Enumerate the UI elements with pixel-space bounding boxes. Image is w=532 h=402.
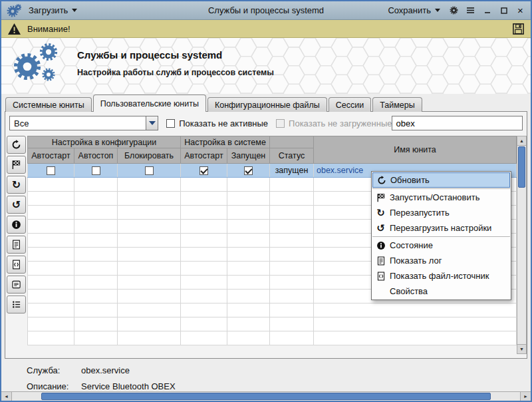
- tab-system-units[interactable]: Системные юниты: [5, 97, 92, 112]
- context-menu: Обновить Запустить/Остановить ↻ Перезапу…: [371, 171, 511, 300]
- scroll-up-button[interactable]: ▲: [517, 136, 526, 146]
- group-header-system: Настройка в системе: [181, 136, 270, 148]
- load-button[interactable]: Загрузить: [27, 4, 79, 17]
- app-gears-icon: [7, 3, 21, 18]
- show-unloaded-checkbox-row: Показать не загруженные: [276, 118, 392, 128]
- horizontal-scrollbar: ◄ ►: [1, 391, 531, 401]
- menu-item-show-source[interactable]: Показать файл-источник: [372, 268, 510, 284]
- conf-autostart-checkbox[interactable]: [47, 166, 55, 175]
- show-inactive-checkbox[interactable]: [166, 119, 175, 128]
- select-dropdown-button[interactable]: [146, 116, 158, 130]
- conf-autostop-checkbox[interactable]: [92, 166, 100, 175]
- hscroll-thumb[interactable]: [41, 393, 491, 400]
- menu-separator: [372, 236, 510, 237]
- save-floppy-icon[interactable]: [512, 23, 525, 35]
- menu-separator: [372, 188, 510, 189]
- service-value: obex.service: [81, 365, 130, 375]
- tab-config-files[interactable]: Конфигурационные файлы: [207, 97, 327, 112]
- settings-gear-icon[interactable]: [449, 5, 459, 16]
- table-row-empty[interactable]: [28, 303, 517, 317]
- blue-gears-icon: [12, 41, 60, 91]
- show-unloaded-label: Показать не загруженные: [289, 118, 392, 128]
- menu-item-refresh[interactable]: Обновить: [372, 172, 510, 188]
- page-subtitle: Настройка работы служб и процессов систе…: [77, 68, 274, 77]
- scope-select-value: Все: [10, 118, 146, 128]
- tab-sessions[interactable]: Сессии: [329, 97, 371, 112]
- refresh-icon: [11, 140, 21, 150]
- sys-autostart-checkbox[interactable]: [200, 166, 208, 175]
- show-log-button[interactable]: [7, 236, 26, 254]
- tab-timers[interactable]: Таймеры: [372, 97, 422, 112]
- save-button[interactable]: Сохранить: [386, 4, 442, 17]
- vscroll-thumb[interactable]: [518, 146, 525, 188]
- menu-item-reload-config[interactable]: ↺ Перезагрузить настройки: [372, 220, 510, 236]
- source-icon: [375, 270, 386, 282]
- hex-pattern: [1, 38, 531, 94]
- table-row-empty[interactable]: [28, 331, 517, 345]
- flag-icon: [375, 192, 386, 203]
- log-icon: [11, 240, 21, 250]
- start-stop-button[interactable]: [7, 156, 26, 174]
- show-source-button[interactable]: [7, 256, 26, 274]
- flag-icon: [11, 160, 21, 170]
- properties-button[interactable]: [7, 276, 26, 294]
- menu-item-properties[interactable]: Свойства: [372, 284, 510, 299]
- service-label: Служба:: [27, 365, 81, 375]
- app-window: Загрузить Службы и процессы systemd Сохр…: [0, 0, 532, 402]
- menu-item-start-stop[interactable]: Запустить/Остановить: [372, 190, 510, 205]
- column-header-unit-name: Имя юнита: [314, 136, 517, 164]
- source-icon: [11, 260, 21, 270]
- conf-block-checkbox[interactable]: [145, 166, 154, 175]
- info-icon: [375, 240, 386, 251]
- status-cell: запущен: [270, 164, 314, 178]
- vertical-scrollbar: ▲ ▼: [517, 136, 527, 354]
- show-unloaded-checkbox: [276, 119, 285, 128]
- column-header-block: Блокировать: [118, 148, 181, 164]
- warning-triangle-icon: [7, 23, 21, 35]
- restart-button[interactable]: ↻: [7, 176, 26, 194]
- column-header-status: Статус: [270, 148, 314, 164]
- side-toolbar: ↻ ↺: [7, 136, 27, 313]
- reload-icon: ↺: [12, 200, 21, 210]
- tab-user-units[interactable]: Пользовательские юниты: [93, 95, 206, 112]
- refresh-button[interactable]: [7, 136, 26, 154]
- scroll-left-button[interactable]: ◄: [1, 392, 12, 401]
- show-inactive-label: Показать не активные: [179, 118, 268, 128]
- units-list-button[interactable]: [7, 296, 26, 313]
- chevron-down-icon: [149, 121, 156, 125]
- show-inactive-checkbox-row[interactable]: Показать не активные: [166, 118, 268, 128]
- restart-icon: ↻: [12, 180, 21, 190]
- page-title: Службы и процессы systemd: [77, 49, 222, 61]
- warning-bar: Внимание!: [1, 20, 531, 38]
- scope-select[interactable]: Все: [9, 116, 158, 130]
- close-icon[interactable]: ×: [515, 5, 525, 16]
- properties-icon: [11, 280, 21, 290]
- maximize-icon[interactable]: [499, 5, 509, 16]
- reload-config-button[interactable]: ↺: [7, 196, 26, 214]
- refresh-icon: [376, 174, 387, 186]
- scroll-down-button[interactable]: ▼: [517, 344, 526, 353]
- description-value: Service Bluetooth OBEX: [81, 381, 176, 391]
- menu-item-restart[interactable]: ↻ Перезапустить: [372, 205, 510, 220]
- description-label: Описание:: [27, 381, 81, 391]
- log-icon: [375, 255, 386, 266]
- column-header-conf-autostart: Автостарт: [28, 148, 74, 164]
- column-header-running: Запущен: [227, 148, 270, 164]
- minimize-icon[interactable]: [482, 5, 492, 16]
- column-header-conf-autostop: Автостоп: [74, 148, 118, 164]
- group-header-empty: [270, 136, 314, 148]
- table-row-empty[interactable]: [28, 317, 517, 331]
- search-input[interactable]: [392, 116, 523, 130]
- filter-bar: Все Показать не активные Показать не заг…: [5, 112, 527, 134]
- menu-item-status[interactable]: Состояние: [372, 238, 510, 253]
- warning-text: Внимание!: [27, 24, 70, 34]
- menu-item-show-log[interactable]: Показать лог: [372, 253, 510, 268]
- sys-running-checkbox[interactable]: [244, 166, 253, 175]
- group-header-config: Настройка в конфигурации: [28, 136, 181, 148]
- titlebar: Загрузить Службы и процессы systemd Сохр…: [1, 1, 531, 20]
- status-info-button[interactable]: [7, 216, 26, 234]
- app-header: Службы и процессы systemd Настройка рабо…: [1, 38, 531, 94]
- menu-icon[interactable]: [466, 5, 475, 16]
- reload-icon: ↺: [375, 222, 386, 234]
- scroll-right-button[interactable]: ►: [520, 392, 531, 401]
